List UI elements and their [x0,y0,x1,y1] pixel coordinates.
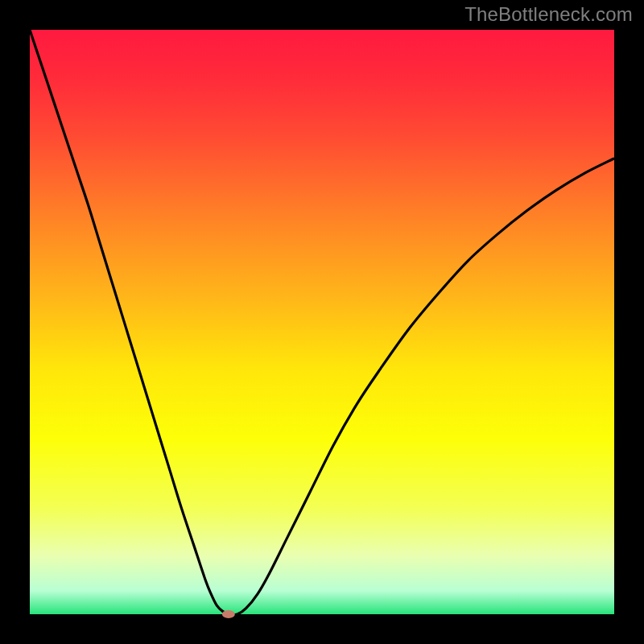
attribution-label: TheBottleneck.com [464,3,633,26]
chart-frame: TheBottleneck.com [0,0,644,644]
bottleneck-chart [0,0,644,644]
optimal-point-marker [222,610,235,618]
plot-area [30,30,614,614]
